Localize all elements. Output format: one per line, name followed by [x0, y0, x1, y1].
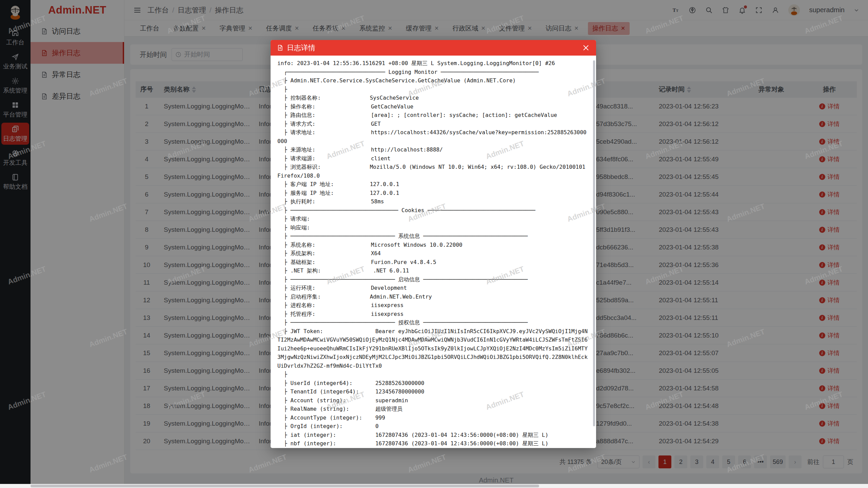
log-detail-dialog: 日志详情 info: 2023-01-04 12:55:36.1516291 +…	[271, 40, 596, 448]
horizontal-scrollbar	[0, 484, 868, 488]
dialog-title: 日志详情	[287, 43, 315, 53]
log-text: info: 2023-01-04 12:55:36.1516291 +08:00…	[271, 56, 596, 448]
dialog-scrollbar-thumb[interactable]	[593, 60, 595, 426]
dialog-body: info: 2023-01-04 12:55:36.1516291 +08:00…	[271, 56, 596, 448]
dialog-header: 日志详情	[271, 40, 596, 56]
document-icon	[277, 44, 283, 51]
close-icon[interactable]	[582, 44, 590, 52]
page-root: 工作台业务测试系统管理平台管理日志管理开发工具帮助文档 Admin.NET 访问…	[0, 0, 868, 488]
horizontal-scrollbar-thumb[interactable]	[31, 485, 539, 487]
